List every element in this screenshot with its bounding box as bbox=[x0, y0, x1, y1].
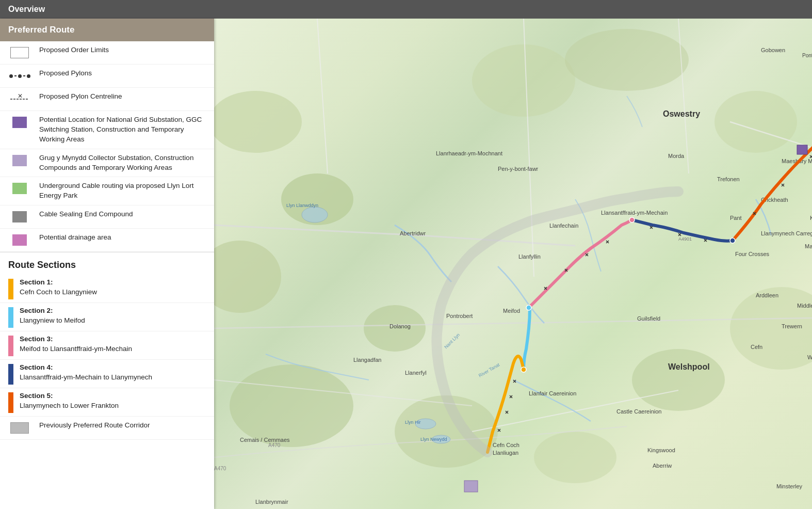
svg-text:Llanfair Caereinion: Llanfair Caereinion bbox=[529, 390, 576, 396]
svg-text:Gobowen: Gobowen bbox=[761, 47, 785, 53]
section4-desc: Llansantffraid-ym-Mechain to Llanymynech bbox=[20, 373, 152, 383]
svg-text:Cefn Coch: Cefn Coch bbox=[493, 442, 519, 448]
section2-desc: Llangyniew to Meifod bbox=[20, 316, 85, 326]
legend-item-ng-substation: Potential Location for National Grid Sub… bbox=[0, 111, 214, 149]
legend-text-ng-substation: Potential Location for National Grid Sub… bbox=[39, 115, 206, 145]
symbol-ng-substation bbox=[8, 115, 31, 130]
symbol-pylon-centreline: ✕ bbox=[8, 92, 31, 106]
section5-label: Section 5: bbox=[20, 391, 119, 401]
svg-rect-107 bbox=[464, 481, 478, 492]
svg-point-111 bbox=[526, 305, 531, 310]
symbol-section3 bbox=[8, 336, 13, 356]
svg-text:Llyn Hir: Llyn Hir bbox=[405, 420, 421, 425]
svg-text:Llangadfan: Llangadfan bbox=[353, 357, 381, 363]
legend-text-grug-substation: Grug y Mynydd Collector Substation, Cons… bbox=[39, 153, 206, 173]
svg-text:Arddleen: Arddleen bbox=[756, 292, 778, 298]
svg-text:Cemais / Cemmaes: Cemais / Cemmaes bbox=[240, 437, 290, 443]
section3-label: Section 3: bbox=[20, 335, 132, 344]
svg-text:Pontrobert: Pontrobert bbox=[446, 313, 473, 319]
svg-text:Cefn: Cefn bbox=[751, 344, 762, 350]
legend-item-section3: Section 3: Meifod to Llansantffraid-ym-M… bbox=[0, 331, 214, 360]
svg-text:Ponte...: Ponte... bbox=[802, 53, 812, 58]
svg-text:Westbury: Westbury bbox=[807, 354, 812, 360]
svg-text:Morda: Morda bbox=[668, 153, 685, 159]
section4-label: Section 4: bbox=[20, 363, 152, 373]
svg-text:Trewern: Trewern bbox=[782, 323, 802, 329]
symbol-section4 bbox=[8, 364, 13, 385]
svg-text:Llanliugan: Llanliugan bbox=[493, 450, 518, 456]
svg-text:A4901: A4901 bbox=[678, 236, 692, 242]
svg-line-14 bbox=[214, 225, 420, 235]
symbol-section1 bbox=[8, 279, 13, 299]
svg-text:Llanrhaeadr-ym-Mochnant: Llanrhaeadr-ym-Mochnant bbox=[436, 150, 502, 156]
svg-text:Nant Llyn: Nant Llyn bbox=[443, 332, 461, 349]
section5-desc: Llanymynech to Lower Frankton bbox=[20, 401, 119, 411]
svg-point-7 bbox=[565, 29, 689, 91]
legend-text-order-limits: Proposed Order Limits bbox=[39, 45, 206, 55]
svg-text:Oswestry: Oswestry bbox=[663, 109, 700, 118]
legend-panel: Preferred Route Proposed Order Limits Pr… bbox=[0, 19, 214, 509]
svg-point-6 bbox=[472, 44, 575, 117]
svg-text:Meifod: Meifod bbox=[503, 308, 520, 314]
svg-point-4 bbox=[214, 241, 281, 313]
svg-line-16 bbox=[317, 19, 328, 173]
symbol-order-limits bbox=[8, 45, 31, 60]
legend-text-prev-corridor: Previously Preferred Route Corridor bbox=[39, 421, 206, 431]
svg-text:Llyn Newydd: Llyn Newydd bbox=[420, 437, 447, 442]
route-sections-header: Route Sections bbox=[0, 252, 214, 275]
legend-item-pylon-centreline: ✕ Proposed Pylon Centreline bbox=[0, 88, 214, 111]
symbol-section5 bbox=[8, 392, 13, 413]
symbol-cable-sealing bbox=[8, 210, 31, 224]
svg-text:Castle Caereinion: Castle Caereinion bbox=[616, 408, 661, 415]
legend-text-cable-sealing: Cable Sealing End Compound bbox=[39, 210, 206, 219]
svg-text:Maesbrook: Maesbrook bbox=[805, 243, 812, 249]
svg-point-2 bbox=[214, 91, 302, 153]
svg-point-110 bbox=[629, 217, 635, 222]
svg-text:A470: A470 bbox=[268, 442, 281, 448]
symbol-prev-corridor bbox=[8, 421, 31, 435]
legend-text-underground-cable: Underground Cable routing via proposed L… bbox=[39, 181, 206, 201]
svg-text:Llanbrynmair: Llanbrynmair bbox=[255, 499, 288, 505]
legend-item-drainage: Potential drainage area bbox=[0, 229, 214, 252]
svg-text:Llanfechain: Llanfechain bbox=[549, 222, 578, 229]
svg-text:Dolanog: Dolanog bbox=[389, 323, 411, 329]
legend-item-grug-substation: Grug y Mynydd Collector Substation, Cons… bbox=[0, 149, 214, 178]
svg-line-20 bbox=[678, 19, 689, 173]
title-bar: Overview bbox=[0, 0, 812, 19]
symbol-underground-cable bbox=[8, 181, 31, 196]
svg-text:Abertridwr: Abertridwr bbox=[400, 230, 426, 236]
svg-text:Aberriw: Aberriw bbox=[653, 463, 672, 469]
svg-text:Four Crosses: Four Crosses bbox=[735, 251, 770, 257]
symbol-section2 bbox=[8, 307, 13, 328]
title-text: Overview bbox=[8, 5, 45, 14]
svg-text:A470: A470 bbox=[214, 466, 226, 471]
legend-item-underground-cable: Underground Cable routing via proposed L… bbox=[0, 177, 214, 205]
legend-item-section5: Section 5: Llanymynech to Lower Frankton bbox=[0, 388, 214, 417]
legend-text-proposed-pylons: Proposed Pylons bbox=[39, 69, 206, 78]
section2-label: Section 2: bbox=[20, 306, 85, 316]
legend-item-order-limits: Proposed Order Limits bbox=[0, 41, 214, 65]
svg-text:Guilsfield: Guilsfield bbox=[637, 315, 660, 322]
section3-desc: Meifod to Llansantffraid-ym-Mechain bbox=[20, 344, 132, 354]
svg-line-18 bbox=[214, 318, 812, 328]
legend-item-cable-sealing: Cable Sealing End Compound bbox=[0, 205, 214, 229]
svg-point-10 bbox=[632, 349, 725, 411]
map-area[interactable]: Oswestry Welshpool Gobowen Hindford Wels… bbox=[214, 19, 812, 509]
section1-desc: Cefn Coch to Llangyniew bbox=[20, 288, 97, 297]
svg-point-8 bbox=[714, 91, 797, 153]
svg-point-12 bbox=[230, 364, 353, 447]
svg-text:✕: ✕ bbox=[18, 93, 23, 100]
svg-text:Middletown: Middletown bbox=[797, 303, 812, 309]
svg-point-115 bbox=[302, 207, 328, 222]
section1-label: Section 1: bbox=[20, 278, 97, 288]
legend-item-prev-corridor: Previously Preferred Route Corridor bbox=[0, 417, 214, 440]
legend-item-section1: Section 1: Cefn Coch to Llangyniew bbox=[0, 275, 214, 303]
svg-rect-108 bbox=[797, 145, 807, 154]
symbol-drainage bbox=[8, 233, 31, 247]
svg-point-109 bbox=[730, 238, 735, 243]
svg-point-13 bbox=[534, 432, 616, 483]
svg-text:Llanymynech Carreghofs: Llanymynech Carreghofs bbox=[761, 230, 812, 236]
legend-text-drainage: Potential drainage area bbox=[39, 233, 206, 243]
svg-text:Llansantffraid-ym-Mechain: Llansantffraid-ym-Mechain bbox=[601, 210, 668, 216]
svg-text:Trefonen: Trefonen bbox=[717, 176, 740, 182]
